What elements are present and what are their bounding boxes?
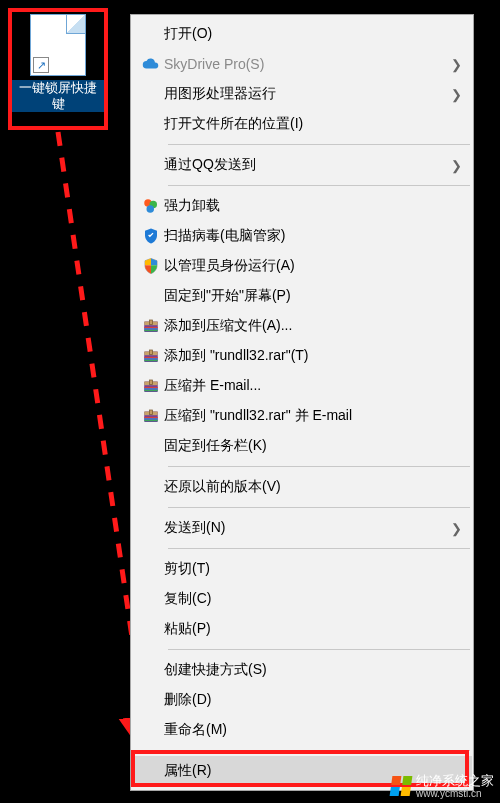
context-menu: 打开(O)SkyDrive Pro(S)❯用图形处理器运行❯打开文件所在的位置(… [130,14,474,791]
menu-item[interactable]: 复制(C) [132,584,472,614]
menu-item-label: 打开(O) [164,25,462,43]
menu-item-icon-slot [138,197,164,215]
menu-item[interactable]: 扫描病毒(电脑管家) [132,221,472,251]
cloud-icon [142,55,160,73]
menu-item[interactable]: 添加到 "rundll32.rar"(T) [132,341,472,371]
svg-rect-26 [144,420,158,422]
menu-item-label: 以管理员身份运行(A) [164,257,462,275]
menu-item[interactable]: 创建快捷方式(S) [132,655,472,685]
menu-item-icon-slot [138,227,164,245]
svg-rect-7 [144,328,158,330]
uninstall-icon [142,197,160,215]
svg-rect-24 [144,417,158,419]
winrar-icon [142,407,160,425]
menu-item[interactable]: 压缩到 "rundll32.rar" 并 E-mail [132,401,472,431]
desktop-icon-label: 一键锁屏快捷键 [12,80,104,112]
menu-item-label: 发送到(N) [164,519,445,537]
menu-item-label: 通过QQ发送到 [164,156,445,174]
menu-item[interactable]: 通过QQ发送到❯ [132,150,472,180]
menu-item-icon-slot [138,257,164,275]
menu-item[interactable]: 删除(D) [132,685,472,715]
menu-item[interactable]: 粘贴(P) [132,614,472,644]
menu-item-label: 固定到任务栏(K) [164,437,462,455]
menu-separator [168,750,470,751]
menu-item-label: 打开文件所在的位置(I) [164,115,462,133]
watermark-url: www.ycmsti.cn [416,788,494,799]
winrar-icon [142,347,160,365]
svg-rect-14 [144,360,158,362]
menu-item-label: 添加到 "rundll32.rar"(T) [164,347,462,365]
svg-point-3 [147,205,155,213]
svg-rect-21 [150,380,153,385]
menu-item-label: 压缩到 "rundll32.rar" 并 E-mail [164,407,462,425]
file-icon: ↗ [30,14,86,76]
svg-rect-8 [144,330,158,332]
menu-item[interactable]: 强力卸载 [132,191,472,221]
chevron-right-icon: ❯ [451,57,462,72]
menu-item-label: 压缩并 E-mail... [164,377,462,395]
svg-rect-20 [144,390,158,392]
menu-item[interactable]: 发送到(N)❯ [132,513,472,543]
menu-separator [168,649,470,650]
chevron-right-icon: ❯ [451,521,462,536]
winrar-icon [142,317,160,335]
menu-item[interactable]: 添加到压缩文件(A)... [132,311,472,341]
menu-item[interactable]: 固定到任务栏(K) [132,431,472,461]
winrar-icon [142,377,160,395]
shield-icon [142,227,160,245]
desktop-shortcut[interactable]: ↗ 一键锁屏快捷键 [12,14,104,112]
svg-rect-12 [144,357,158,359]
menu-item-label: SkyDrive Pro(S) [164,56,445,72]
menu-item-label: 添加到压缩文件(A)... [164,317,462,335]
svg-rect-13 [144,358,158,360]
watermark-text: 纯净系统之家 [416,773,494,788]
menu-separator [168,185,470,186]
menu-item[interactable]: 固定到"开始"屏幕(P) [132,281,472,311]
menu-item-label: 创建快捷方式(S) [164,661,462,679]
menu-item[interactable]: 还原以前的版本(V) [132,472,472,502]
menu-item-icon-slot [138,377,164,395]
watermark-logo [390,776,413,796]
menu-item-label: 固定到"开始"屏幕(P) [164,287,462,305]
svg-rect-15 [150,350,153,355]
chevron-right-icon: ❯ [451,158,462,173]
menu-separator [168,548,470,549]
menu-item-label: 用图形处理器运行 [164,85,445,103]
menu-item[interactable]: 打开(O) [132,19,472,49]
menu-item[interactable]: 重命名(M) [132,715,472,745]
svg-rect-19 [144,388,158,390]
menu-item-label: 删除(D) [164,691,462,709]
svg-rect-6 [144,327,158,329]
menu-item-label: 剪切(T) [164,560,462,578]
menu-item[interactable]: 以管理员身份运行(A) [132,251,472,281]
menu-item: SkyDrive Pro(S)❯ [132,49,472,79]
svg-rect-25 [144,418,158,420]
uac-shield-icon [142,257,160,275]
svg-rect-9 [150,320,153,325]
watermark: 纯净系统之家 www.ycmsti.cn [391,772,494,799]
svg-rect-27 [150,410,153,415]
menu-item-label: 复制(C) [164,590,462,608]
menu-item-label: 粘贴(P) [164,620,462,638]
shortcut-arrow-badge: ↗ [33,57,49,73]
menu-separator [168,144,470,145]
menu-item-label: 扫描病毒(电脑管家) [164,227,462,245]
menu-item[interactable]: 剪切(T) [132,554,472,584]
menu-item-icon-slot [138,317,164,335]
menu-item[interactable]: 压缩并 E-mail... [132,371,472,401]
menu-item-icon-slot [138,407,164,425]
menu-item-icon-slot [138,55,164,73]
menu-item-label: 强力卸载 [164,197,462,215]
menu-separator [168,466,470,467]
chevron-right-icon: ❯ [451,87,462,102]
menu-item[interactable]: 打开文件所在的位置(I) [132,109,472,139]
svg-rect-18 [144,387,158,389]
menu-separator [168,507,470,508]
menu-item-label: 还原以前的版本(V) [164,478,462,496]
menu-item[interactable]: 用图形处理器运行❯ [132,79,472,109]
menu-item-label: 重命名(M) [164,721,462,739]
menu-item-icon-slot [138,347,164,365]
